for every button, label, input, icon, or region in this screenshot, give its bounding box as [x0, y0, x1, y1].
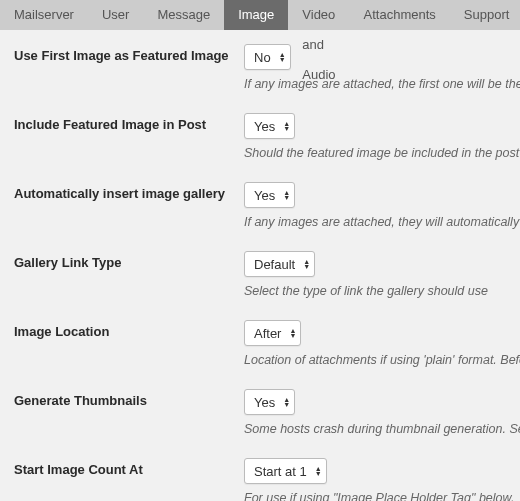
- tab-mailserver[interactable]: Mailserver: [0, 0, 88, 30]
- select-first-image[interactable]: No ▲▼: [244, 44, 291, 70]
- select-gen-thumbs[interactable]: Yes ▲▼: [244, 389, 295, 415]
- desc-gallery-link: Select the type of link the gallery shou…: [244, 284, 520, 298]
- select-value: Yes: [254, 119, 275, 134]
- desc-auto-gallery: If any images are attached, they will au…: [244, 215, 520, 229]
- label-start-count: Start Image Count At: [14, 458, 244, 477]
- chevron-updown-icon: ▲▼: [283, 397, 290, 407]
- row-gen-thumbs: Generate Thumbnails Yes ▲▼ Some hosts cr…: [14, 389, 520, 436]
- chevron-updown-icon: ▲▼: [289, 328, 296, 338]
- tab-user[interactable]: User: [88, 0, 143, 30]
- select-value: Default: [254, 257, 295, 272]
- tab-message[interactable]: Message: [143, 0, 224, 30]
- chevron-updown-icon: ▲▼: [279, 52, 286, 62]
- row-auto-gallery: Automatically insert image gallery Yes ▲…: [14, 182, 520, 229]
- select-value: Start at 1: [254, 464, 307, 479]
- desc-include-featured: Should the featured image be included in…: [244, 146, 520, 160]
- row-image-location: Image Location After ▲▼ Location of atta…: [14, 320, 520, 367]
- desc-image-location: Location of attachments if using 'plain'…: [244, 353, 520, 367]
- select-auto-gallery[interactable]: Yes ▲▼: [244, 182, 295, 208]
- select-value: Yes: [254, 188, 275, 203]
- desc-first-image: If any images are attached, the first on…: [244, 77, 520, 91]
- row-start-count: Start Image Count At Start at 1 ▲▼ For u…: [14, 458, 520, 501]
- label-gen-thumbs: Generate Thumbnails: [14, 389, 244, 408]
- chevron-updown-icon: ▲▼: [303, 259, 310, 269]
- desc-start-count: For use if using "Image Place Holder Tag…: [244, 491, 520, 501]
- settings-content: Use First Image as Featured Image No ▲▼ …: [0, 30, 520, 501]
- label-gallery-link: Gallery Link Type: [14, 251, 244, 270]
- row-include-featured: Include Featured Image in Post Yes ▲▼ Sh…: [14, 113, 520, 160]
- select-value: No: [254, 50, 271, 65]
- chevron-updown-icon: ▲▼: [283, 121, 290, 131]
- label-image-location: Image Location: [14, 320, 244, 339]
- chevron-updown-icon: ▲▼: [315, 466, 322, 476]
- row-first-image: Use First Image as Featured Image No ▲▼ …: [14, 44, 520, 91]
- tab-attachments[interactable]: Attachments: [350, 0, 450, 30]
- desc-gen-thumbs: Some hosts crash during thumbnail genera…: [244, 422, 520, 436]
- chevron-updown-icon: ▲▼: [283, 190, 290, 200]
- select-start-count[interactable]: Start at 1 ▲▼: [244, 458, 327, 484]
- select-include-featured[interactable]: Yes ▲▼: [244, 113, 295, 139]
- tab-image[interactable]: Image: [224, 0, 288, 30]
- tab-video-audio[interactable]: Video and Audio: [288, 0, 349, 30]
- label-auto-gallery: Automatically insert image gallery: [14, 182, 244, 201]
- row-gallery-link: Gallery Link Type Default ▲▼ Select the …: [14, 251, 520, 298]
- select-image-location[interactable]: After ▲▼: [244, 320, 301, 346]
- select-gallery-link[interactable]: Default ▲▼: [244, 251, 315, 277]
- tab-support[interactable]: Support: [450, 0, 520, 30]
- select-value: Yes: [254, 395, 275, 410]
- settings-tabs: Mailserver User Message Image Video and …: [0, 0, 520, 30]
- select-value: After: [254, 326, 281, 341]
- label-include-featured: Include Featured Image in Post: [14, 113, 244, 132]
- label-first-image: Use First Image as Featured Image: [14, 44, 244, 63]
